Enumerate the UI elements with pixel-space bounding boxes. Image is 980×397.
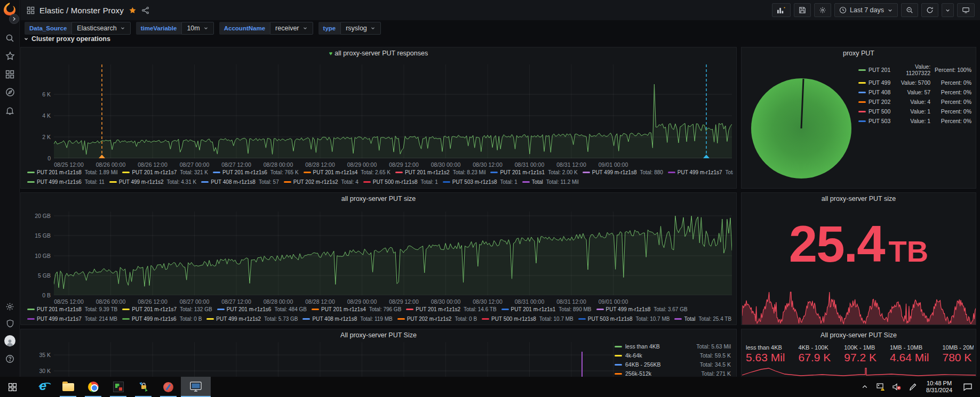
refresh-interval-dropdown[interactable] [942, 3, 954, 17]
legend-item[interactable]: TotalTotal: 25.4 TB [674, 316, 731, 322]
proxy-put-pie-chart[interactable] [748, 75, 855, 182]
dashboard-title[interactable]: Elastic / Monster Proxy [39, 6, 124, 15]
legend-item[interactable]: PUT 499 m-r1z1s8Total: 880 [583, 169, 663, 175]
legend-item[interactable]: PUT 201 m-r1z1s2Total: 8.23 Mil [395, 169, 485, 175]
internet-explorer-icon[interactable]: e [30, 377, 55, 397]
volume-muted-icon[interactable] [890, 377, 904, 397]
time-range-picker[interactable]: Last 7 days [834, 3, 898, 17]
chrome-icon[interactable] [81, 377, 106, 397]
legend-item[interactable]: PUT 201 m-r1z1s7Total: 132 GB [122, 306, 212, 312]
x-axis-tick: 09/01 00:00 [591, 161, 636, 168]
legend-series-label[interactable]: less than 4KB [625, 343, 686, 350]
legend-item[interactable]: PUT 201 m-r1z1s1Total: 890 MB [501, 306, 592, 312]
legend-series-total: Total: 3.67 GB [654, 306, 687, 312]
legend-item[interactable]: PUT 499 m-r1z1s6Total: 0 B [122, 316, 202, 322]
dashboards-icon[interactable] [0, 66, 20, 82]
legend-item[interactable]: PUT 201 m-r1z1s2Total: 14.6 TB [406, 306, 496, 312]
server-admin-shield-icon[interactable] [0, 315, 20, 331]
action-center-icon[interactable] [959, 377, 977, 397]
panel-title-put-responses[interactable]: ♥all proxy-server PUT responses [21, 50, 736, 57]
legend-item[interactable]: PUT 202 m-r1z1s2Total: 4 [284, 179, 358, 185]
red-app-icon[interactable] [156, 377, 181, 397]
variable-label: type [318, 22, 341, 35]
variable-value-dropdown[interactable]: 10m [181, 22, 213, 35]
legend-item[interactable]: PUT 499 m-r1z1s6Total: 11 [27, 179, 105, 185]
row-cluster-proxy-operations[interactable]: Cluster proxy operations [23, 35, 110, 43]
legend-item[interactable]: PUT 503 m-r1z1s8Total: 10.7 MB [578, 316, 670, 322]
legend-item[interactable]: PUT 408 m-r1z1s8Total: 57 [201, 179, 279, 185]
pie-legend-item[interactable]: PUT 503 [858, 118, 890, 124]
put-responses-chart[interactable] [54, 64, 732, 158]
legend-item[interactable]: PUT 408 m-r1z1s8Total: 119 MB [302, 316, 392, 322]
legend-item[interactable]: PUT 201 m-r1z1s8Total: 1.89 Mil [27, 169, 117, 175]
configuration-gear-icon[interactable] [0, 298, 20, 314]
pie-legend-item[interactable]: PUT 500 [858, 108, 890, 115]
legend-item[interactable]: PUT 499 m-r1z1s8Total: 3.67 GB [596, 306, 688, 312]
sidebar-expand-button[interactable] [9, 14, 19, 24]
x-axis-tick: 08/26 12:00 [130, 298, 175, 305]
variable-value-dropdown[interactable]: receiver [270, 22, 313, 35]
put-size-chart[interactable] [54, 212, 732, 295]
share-icon[interactable] [141, 6, 149, 14]
legend-item[interactable]: PUT 201 m-r1z1s1Total: 2.00 K [490, 169, 577, 175]
stat-column: 100K - 1MB97.2 K [844, 344, 877, 364]
explore-compass-icon[interactable] [0, 84, 20, 100]
file-explorer-icon[interactable] [55, 377, 81, 397]
dashboard-settings-button[interactable] [814, 3, 831, 17]
pie-legend-item[interactable]: PUT 201 [858, 67, 890, 73]
secure-transfer-app-icon[interactable] [131, 377, 156, 397]
x-axis-tick: 08/27 00:00 [172, 161, 217, 168]
starred-dashboards-icon[interactable] [0, 48, 20, 64]
legend-series-label[interactable]: 4k-64k [625, 352, 686, 359]
panel-title-breakdown-stats[interactable]: All proxy-server PUT Size [742, 331, 976, 339]
user-avatar[interactable] [0, 333, 20, 349]
taskbar-clock[interactable]: 10:48 PM 8/31/2024 [922, 380, 957, 394]
legend-series-label[interactable]: 256k-512k [625, 370, 686, 377]
legend-item[interactable]: PUT 503 m-r1z1s8Total: 1 [443, 179, 517, 185]
x-axis-tick: 08/31 00:00 [507, 161, 552, 168]
search-icon[interactable] [0, 30, 20, 46]
panel-title-put-size-stat[interactable]: all proxy-server PUT size [742, 195, 976, 202]
panel-title-breakdown-chart[interactable]: All proxy-server PUT Size [21, 331, 736, 339]
pie-legend: PUT 201Value: 11207322Percent: 100%PUT 4… [858, 63, 971, 124]
legend-series-label: PUT 408 m-r1z1s8 [211, 179, 256, 185]
save-dashboard-button[interactable] [794, 3, 811, 17]
network-status-icon[interactable] [874, 377, 888, 397]
tray-expand-chevron-icon[interactable] [858, 377, 872, 397]
start-button[interactable] [0, 377, 25, 397]
pie-legend-item[interactable]: PUT 499 [858, 79, 890, 86]
remote-desktop-window[interactable] [181, 377, 211, 397]
legend-item[interactable]: PUT 201 m-r1z1s7Total: 321 K [122, 169, 208, 175]
cycle-view-mode-button[interactable] [957, 3, 975, 17]
legend-item[interactable]: TotalTotal: 11.2 Mil [522, 179, 579, 185]
variable-value-dropdown[interactable]: Elasticsearch [71, 22, 130, 35]
dashboard-apps-icon[interactable] [27, 6, 35, 14]
legend-item[interactable]: PUT 201 m-r1z1s8Total: 9.39 TB [27, 306, 117, 312]
legend-series-label[interactable]: 64KB - 256KB [625, 361, 686, 368]
legend-item[interactable]: PUT 500 m-r1z1s8Total: 1 [363, 179, 438, 185]
legend-item[interactable]: PUT 499 m-r1z1s2Total: 4.31 K [109, 179, 196, 185]
terminal-app-icon[interactable] [106, 377, 131, 397]
add-panel-button[interactable] [772, 3, 791, 17]
alerting-bell-icon[interactable] [0, 102, 20, 118]
pie-legend-item[interactable]: PUT 202 [858, 99, 890, 105]
x-axis-tick: 08/29 00:00 [340, 161, 385, 168]
pen-input-icon[interactable] [906, 377, 920, 397]
zoom-out-time-button[interactable] [901, 3, 918, 17]
star-favorite-icon[interactable] [129, 6, 137, 14]
legend-item[interactable]: PUT 499 m-r1z1s2Total: 5.73 GB [206, 316, 298, 322]
legend-item[interactable]: PUT 201 m-r1z1s6Total: 484 GB [217, 306, 307, 312]
pie-legend-item[interactable]: PUT 408 [858, 89, 890, 95]
legend-item[interactable]: PUT 500 m-r1z1s8Total: 10.7 MB [482, 316, 573, 322]
legend-item[interactable]: PUT 201 m-r1z1s4Total: 2.65 K [304, 169, 391, 175]
legend-item[interactable]: PUT 499 m-r1z1s7Total: 214 MB [27, 316, 117, 322]
refresh-button[interactable] [921, 3, 938, 17]
legend-item[interactable]: PUT 201 m-r1z1s6Total: 765 K [213, 169, 299, 175]
legend-item[interactable]: PUT 201 m-r1z1s4Total: 796 GB [312, 306, 401, 312]
help-icon[interactable] [0, 351, 20, 367]
legend-item[interactable]: PUT 202 m-r1z1s2Total: 0 B [397, 316, 477, 322]
legend-item[interactable]: PUT 499 m-r1z1s7Total: 496 [668, 169, 733, 175]
panel-title-put-size[interactable]: all proxy-server PUT size [21, 195, 736, 202]
variable-value-dropdown[interactable]: rsyslog [340, 22, 381, 35]
panel-title-proxy-put[interactable]: proxy PUT [742, 50, 976, 57]
